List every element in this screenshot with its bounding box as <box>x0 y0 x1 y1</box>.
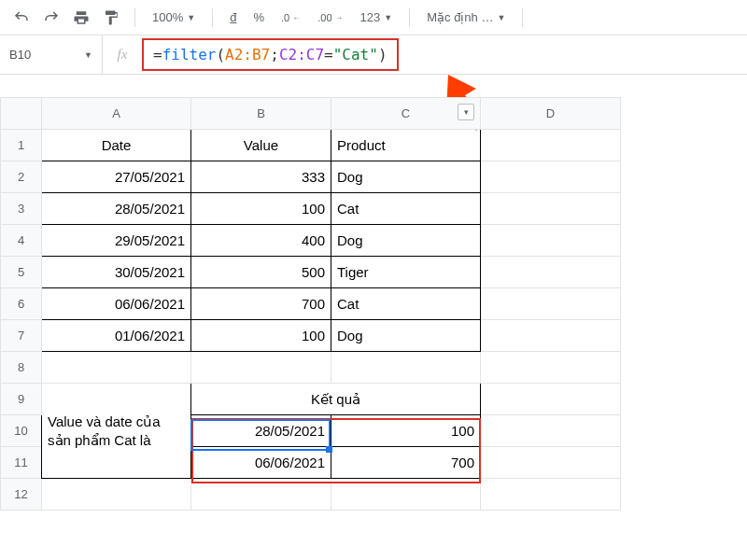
font-dropdown[interactable]: Mặc định …▼ <box>421 6 511 30</box>
cell[interactable]: Product <box>331 130 481 161</box>
chevron-down-icon: ▼ <box>497 13 505 22</box>
cell[interactable]: 100 <box>191 320 331 352</box>
cell[interactable]: 333 <box>191 161 331 193</box>
zoom-dropdown[interactable]: 100%▼ <box>147 6 201 30</box>
cell[interactable]: 06/06/2021 <box>42 288 191 320</box>
chevron-down-icon: ▼ <box>187 13 195 22</box>
redo-icon[interactable] <box>39 6 63 30</box>
cell[interactable] <box>481 320 621 352</box>
cell[interactable]: Value <box>191 130 331 161</box>
cell[interactable] <box>481 130 621 161</box>
cell[interactable]: 28/05/2021 <box>42 193 191 225</box>
fx-icon: fx <box>103 47 142 63</box>
cell[interactable]: Cat <box>331 288 481 320</box>
cell[interactable] <box>191 479 331 511</box>
cell[interactable]: 500 <box>191 257 331 288</box>
row-header[interactable]: 7 <box>1 320 42 352</box>
cell[interactable]: 700 <box>331 447 481 479</box>
cell[interactable] <box>331 479 481 511</box>
cell[interactable] <box>481 193 621 225</box>
increase-decimal-button[interactable]: .00 → <box>312 6 348 30</box>
cell[interactable]: 27/05/2021 <box>42 161 191 193</box>
spreadsheet-grid[interactable]: A B C▾ D 1 Date Value Product 2 27/05/20… <box>0 97 747 511</box>
toolbar: 100%▼ đ % .0 ← .00 → 123▼ Mặc định …▼ <box>0 0 747 35</box>
cell[interactable]: 29/05/2021 <box>42 225 191 257</box>
number-format-dropdown[interactable]: 123▼ <box>355 6 399 30</box>
row-header[interactable]: 11 <box>1 447 42 479</box>
row-header[interactable]: 4 <box>1 225 42 257</box>
percent-button[interactable]: % <box>247 6 270 30</box>
separator <box>134 8 135 27</box>
cell[interactable]: 28/05/2021 <box>191 415 331 447</box>
formula-input[interactable]: =filter(A2:B7;C2:C7="Cat") <box>142 38 399 71</box>
cell[interactable]: Date <box>42 130 191 161</box>
undo-icon[interactable] <box>9 6 34 30</box>
zoom-value: 100% <box>152 10 183 24</box>
cell[interactable]: 30/05/2021 <box>42 257 191 288</box>
cell[interactable] <box>191 352 331 384</box>
cell[interactable]: 400 <box>191 225 331 257</box>
row-header[interactable]: 3 <box>1 193 42 225</box>
separator <box>409 8 410 27</box>
cell-result-header[interactable]: Kết quả <box>191 384 481 415</box>
row-header[interactable]: 6 <box>1 288 42 320</box>
name-box[interactable]: B10 ▼ <box>0 35 103 74</box>
currency-button[interactable]: đ <box>224 6 242 30</box>
cell[interactable]: Dog <box>331 161 481 193</box>
cell[interactable]: 06/06/2021 <box>191 447 331 479</box>
select-all-corner[interactable] <box>1 98 42 130</box>
cell[interactable]: Dog <box>331 225 481 257</box>
separator <box>212 8 213 27</box>
chevron-down-icon: ▼ <box>84 50 92 60</box>
column-header-B[interactable]: B <box>191 98 331 130</box>
print-icon[interactable] <box>69 6 93 30</box>
active-cell-ref: B10 <box>9 48 31 62</box>
cell[interactable] <box>42 352 191 384</box>
row-header[interactable]: 12 <box>1 479 42 511</box>
chevron-down-icon: ▼ <box>384 13 392 22</box>
decrease-decimal-button[interactable]: .0 ← <box>275 6 306 30</box>
cell[interactable] <box>42 479 191 511</box>
cell[interactable] <box>481 479 621 511</box>
cell[interactable] <box>481 384 621 415</box>
cell[interactable]: 700 <box>191 288 331 320</box>
row-header[interactable]: 10 <box>1 415 42 447</box>
paint-format-icon[interactable] <box>99 6 123 30</box>
cell-result-label[interactable]: Value và date của sản phẩm Cat là <box>42 384 191 479</box>
row-header[interactable]: 5 <box>1 257 42 288</box>
font-name: Mặc định … <box>427 10 493 24</box>
cell[interactable] <box>331 352 481 384</box>
cell[interactable] <box>481 415 621 447</box>
cell[interactable]: 100 <box>191 193 331 225</box>
cell[interactable]: Dog <box>331 320 481 352</box>
cell[interactable] <box>481 288 621 320</box>
row-header[interactable]: 8 <box>1 352 42 384</box>
cell[interactable]: 01/06/2021 <box>42 320 191 352</box>
column-header-D[interactable]: D <box>481 98 621 130</box>
cell[interactable] <box>481 161 621 193</box>
cell[interactable] <box>481 225 621 257</box>
cell[interactable]: 100 <box>331 415 481 447</box>
filter-icon[interactable]: ▾ <box>458 104 474 120</box>
column-header-C[interactable]: C▾ <box>331 98 481 130</box>
row-header[interactable]: 9 <box>1 384 42 415</box>
formula-bar: B10 ▼ fx =filter(A2:B7;C2:C7="Cat") <box>0 35 747 75</box>
num-format-label: 123 <box>360 10 381 24</box>
cell[interactable] <box>481 352 621 384</box>
column-header-A[interactable]: A <box>42 98 191 130</box>
row-header[interactable]: 2 <box>1 161 42 193</box>
cell[interactable]: Cat <box>331 193 481 225</box>
cell[interactable] <box>481 257 621 288</box>
cell[interactable]: Tiger <box>331 257 481 288</box>
separator <box>522 8 523 27</box>
cell[interactable] <box>481 447 621 479</box>
row-header[interactable]: 1 <box>1 130 42 161</box>
